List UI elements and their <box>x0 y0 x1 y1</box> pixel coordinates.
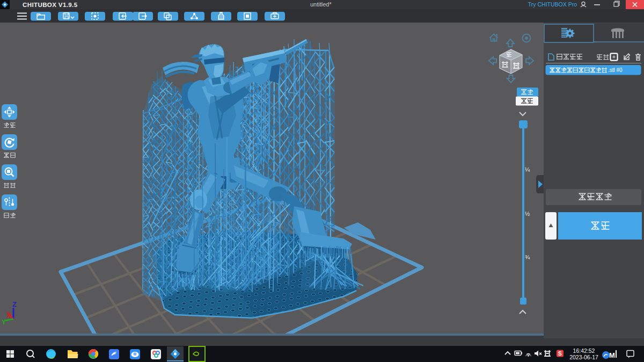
svg-text:16:42:52: 16:42:52 <box>573 347 595 354</box>
svg-text:Z: Z <box>12 300 17 308</box>
svg-text:Try CHITUBOX Pro: Try CHITUBOX Pro <box>528 1 577 8</box>
svg-text:S: S <box>558 351 562 357</box>
svg-text:2023-06-17: 2023-06-17 <box>569 354 598 360</box>
svg-text:CHITUBOX V1.9.5: CHITUBOX V1.9.5 <box>23 2 78 8</box>
svg-text:.stl #0: .stl #0 <box>608 67 623 73</box>
svg-text:½: ½ <box>525 211 530 217</box>
svg-text:Y: Y <box>2 318 6 326</box>
svg-text:X: X <box>6 312 11 320</box>
svg-text:¾: ¾ <box>525 254 530 260</box>
svg-text:untitled*: untitled* <box>310 1 332 8</box>
svg-text:M: M <box>609 351 615 359</box>
svg-text:¼: ¼ <box>525 166 530 173</box>
